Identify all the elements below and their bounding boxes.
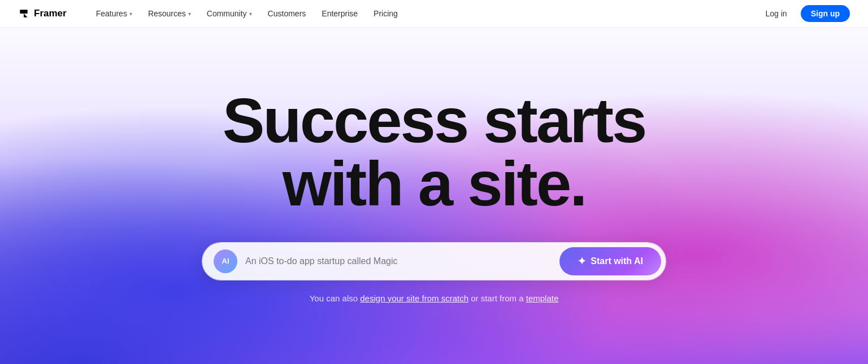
hero-section: Success starts with a site. AI ✦ Start w… <box>0 0 868 364</box>
ai-icon-wrapper: AI <box>214 249 237 273</box>
nav-features[interactable]: Features ▾ <box>89 6 139 21</box>
nav-right: Log in Sign up <box>759 5 850 22</box>
logo-text: Framer <box>34 8 67 19</box>
chevron-down-icon: ▾ <box>249 11 252 17</box>
star-icon: ✦ <box>578 255 586 267</box>
nav-customers[interactable]: Customers <box>261 6 313 21</box>
ai-icon: AI <box>222 257 229 265</box>
design-from-scratch-link[interactable]: design your site from scratch <box>360 293 468 303</box>
nav-community[interactable]: Community ▾ <box>200 6 259 21</box>
start-with-ai-button[interactable]: ✦ Start with AI <box>559 247 661 275</box>
login-button[interactable]: Log in <box>759 6 794 21</box>
navbar: Framer Features ▾ Resources ▾ Community … <box>0 0 868 28</box>
template-link[interactable]: template <box>526 293 559 303</box>
nav-pricing[interactable]: Pricing <box>367 6 405 21</box>
hero-prompt-input[interactable] <box>245 256 559 266</box>
nav-links: Features ▾ Resources ▾ Community ▾ Custo… <box>89 6 759 21</box>
chevron-down-icon: ▾ <box>188 11 191 17</box>
framer-logo-icon <box>18 8 29 19</box>
logo[interactable]: Framer <box>18 8 67 19</box>
hero-search-box: AI ✦ Start with AI <box>202 243 666 280</box>
nav-resources[interactable]: Resources ▾ <box>141 6 198 21</box>
nav-enterprise[interactable]: Enterprise <box>315 6 364 21</box>
hero-subtext: You can also design your site from scrat… <box>310 293 559 303</box>
signup-button[interactable]: Sign up <box>801 5 850 22</box>
chevron-down-icon: ▾ <box>129 11 132 17</box>
hero-title: Success starts with a site. <box>223 89 646 216</box>
